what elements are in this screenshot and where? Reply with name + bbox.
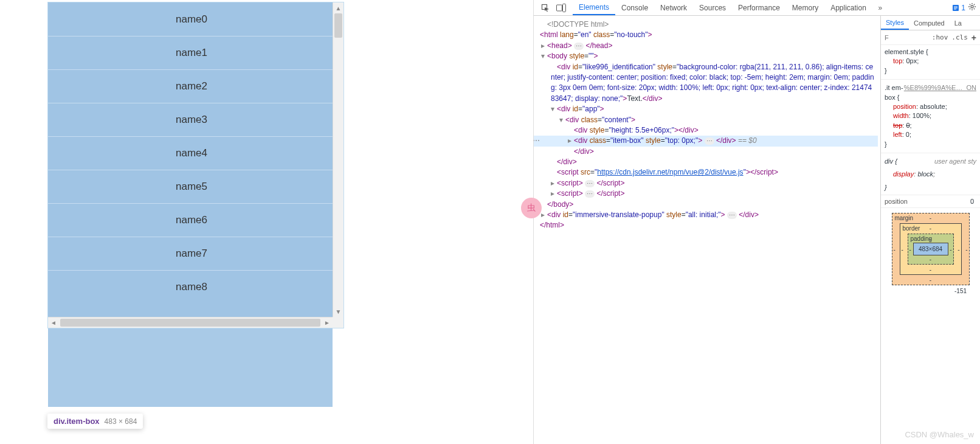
hov-toggle[interactable]: :hov: [932, 33, 948, 41]
metrics-header[interactable]: position 0: [881, 195, 980, 208]
content-viewport[interactable]: name0 name1 name2 name3 name4 name5 name…: [47, 2, 344, 328]
dom-node[interactable]: <div style="height: 5.5e+06px;"></div>: [534, 125, 878, 136]
settings-gear-icon[interactable]: [968, 2, 976, 13]
box-model-content[interactable]: 483×684: [913, 243, 948, 255]
twisty-icon[interactable]: ▸: [541, 210, 547, 220]
tab-memory[interactable]: Memory: [786, 0, 824, 15]
list-item[interactable]: name6: [48, 203, 333, 237]
box-model-border[interactable]: border - - - - padding - - - - 483×684: [900, 223, 962, 275]
styles-rules[interactable]: element.style {top: 0px;}%E8%99%9A%E…_ON…: [881, 45, 980, 195]
devtools-toolbar: Elements Console Network Sources Perform…: [534, 0, 980, 16]
list-item[interactable]: name2: [48, 69, 333, 103]
list-item[interactable]: name3: [48, 103, 333, 136]
dom-node[interactable]: ▾<div id="app">: [534, 104, 878, 114]
tab-console[interactable]: Console: [615, 0, 654, 15]
cls-toggle[interactable]: .cls: [951, 33, 968, 41]
dom-node[interactable]: <script src="https://cdn.jsdelivr.net/np…: [534, 167, 878, 178]
styles-tab-computed[interactable]: Computed: [909, 16, 950, 30]
list-item[interactable]: name5: [48, 170, 333, 203]
twisty-icon[interactable]: ▸: [551, 178, 557, 189]
list-item[interactable]: name4: [48, 136, 333, 170]
scroll-down-button[interactable]: ▼: [333, 306, 343, 317]
scroll-corner: [333, 317, 343, 328]
twisty-icon[interactable]: ▸: [568, 136, 574, 146]
tab-sources[interactable]: Sources: [693, 0, 732, 15]
styles-tab-styles[interactable]: Styles: [881, 16, 909, 30]
box-model-diagram[interactable]: margin - - - - border - - - - padding -: [881, 208, 980, 299]
list-item[interactable]: name0: [48, 2, 333, 36]
svg-point-4: [971, 5, 973, 8]
scroll-left-button[interactable]: ◄: [48, 317, 59, 328]
twisty-icon[interactable]: ▾: [541, 51, 547, 61]
styles-sidebar: Styles Computed La F :hov .cls + element…: [880, 16, 980, 444]
content-viewport-inner[interactable]: name0 name1 name2 name3 name4 name5 name…: [48, 2, 333, 317]
tab-performance[interactable]: Performance: [732, 0, 786, 15]
box-model-margin-bottom: -: [930, 277, 931, 283]
list-item[interactable]: name7: [48, 237, 333, 270]
twisty-icon[interactable]: ▸: [551, 189, 557, 199]
box-model-padding-top: -: [930, 235, 931, 242]
twisty-icon[interactable]: ▸: [541, 41, 547, 51]
tab-application[interactable]: Application: [824, 0, 872, 15]
devtools-panel: Elements Console Network Sources Perform…: [533, 0, 980, 444]
vertical-scrollbar[interactable]: ▲ ▼: [333, 2, 343, 317]
issues-count: 1: [961, 4, 965, 12]
add-rule-button[interactable]: +: [971, 33, 976, 43]
list-item[interactable]: name8: [48, 270, 333, 304]
tabs-overflow-icon[interactable]: »: [872, 0, 888, 15]
device-toolbar-icon[interactable]: [553, 0, 569, 15]
devtools-tabs: Elements Console Network Sources Perform…: [573, 0, 888, 15]
list-item[interactable]: name1: [48, 36, 333, 69]
tab-elements[interactable]: Elements: [573, 0, 615, 15]
inspect-tooltip-selector: div.item-box: [53, 417, 100, 426]
box-model-border-bottom: -: [930, 266, 931, 273]
inspect-tooltip-dimensions: 483 × 684: [105, 417, 137, 426]
box-model-margin-top: -: [930, 215, 931, 221]
dom-node[interactable]: </body>: [534, 199, 878, 210]
elements-dom-tree[interactable]: <!DOCTYPE html><html lang="en" class="no…: [534, 16, 880, 444]
box-model-border-label: border: [903, 225, 920, 232]
dom-node[interactable]: ▾<body style="">: [534, 51, 878, 61]
inspect-element-icon[interactable]: [537, 0, 553, 15]
dom-node[interactable]: ▸<script> ⋯ </script>: [534, 178, 878, 189]
scroll-right-button[interactable]: ►: [322, 317, 333, 328]
list-item-label: name6: [176, 214, 207, 226]
dom-node[interactable]: ▾<div class="content">: [534, 115, 878, 125]
twisty-icon[interactable]: ▾: [551, 104, 557, 114]
metrics-header-value: 0: [970, 198, 974, 205]
horizontal-scroll-thumb[interactable]: [60, 319, 320, 327]
box-model-padding[interactable]: padding - - - - 483×684: [908, 234, 954, 265]
box-model-border-left: -: [902, 246, 903, 252]
box-model-margin-right: -: [965, 246, 967, 252]
dom-node[interactable]: </div>: [534, 147, 878, 157]
issues-badge[interactable]: 1: [952, 4, 965, 12]
dom-node[interactable]: ▸<div class="item-box" style="top: 0px;"…: [534, 136, 878, 146]
stylesheet-link[interactable]: %E8%99%9A%E…_ON: [904, 84, 976, 91]
dom-node[interactable]: </div>: [534, 157, 878, 167]
page-preview: name0 name1 name2 name3 name4 name5 name…: [0, 0, 533, 444]
box-model-padding-bottom: -: [930, 256, 931, 263]
horizontal-scrollbar[interactable]: ◄ ►: [48, 317, 333, 328]
twisty-icon[interactable]: ▾: [559, 115, 565, 125]
dom-node[interactable]: </html>: [534, 220, 878, 231]
dom-node[interactable]: <!DOCTYPE html>: [534, 19, 878, 30]
dom-node[interactable]: <html lang="en" class="no-touch">: [534, 30, 878, 40]
dom-node[interactable]: ▸<head> ⋯ </head>: [534, 41, 878, 51]
box-model-margin-left: -: [894, 246, 895, 252]
svg-rect-1: [557, 5, 562, 11]
styles-tabs: Styles Computed La: [881, 16, 980, 30]
box-model-margin[interactable]: margin - - - - border - - - - padding -: [892, 213, 970, 285]
dom-node[interactable]: ▸<script> ⋯ </script>: [534, 189, 878, 199]
dom-node[interactable]: <div id="like996_identification" style="…: [534, 62, 878, 105]
scroll-up-button[interactable]: ▲: [333, 2, 343, 13]
inspect-tooltip: div.item-box 483 × 684: [47, 414, 143, 429]
styles-tab-layout[interactable]: La: [950, 16, 967, 30]
list-item-label: name0: [176, 13, 207, 26]
tab-network[interactable]: Network: [654, 0, 693, 15]
list-item-label: name4: [176, 147, 207, 159]
list-item-label: name2: [176, 80, 207, 92]
dom-node[interactable]: ▸<div id="immersive-translate-popup" sty…: [534, 210, 878, 220]
box-model-position-bottom: -151: [954, 288, 975, 294]
vertical-scroll-thumb[interactable]: [334, 13, 342, 38]
styles-filter-input[interactable]: F: [885, 34, 928, 41]
